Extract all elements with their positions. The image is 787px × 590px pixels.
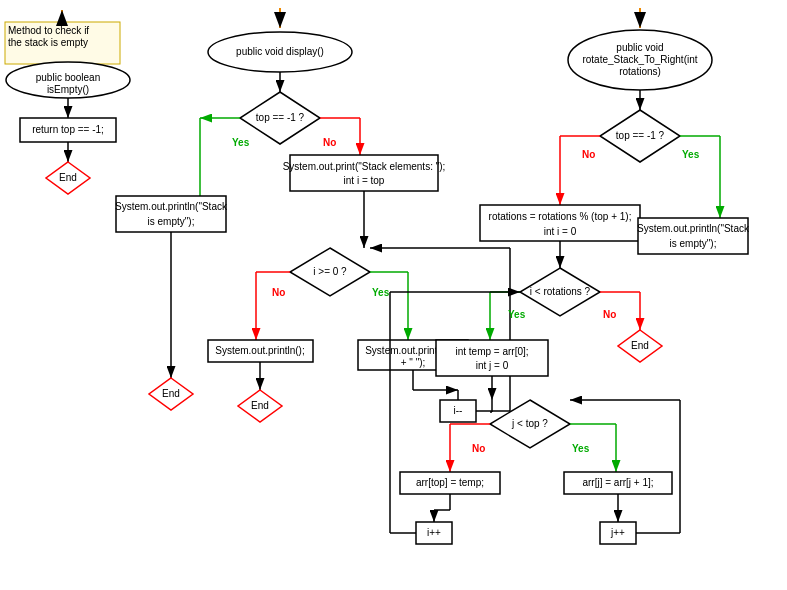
rotate-check-label: top == -1 ? xyxy=(616,130,665,141)
rotate-temp-label2: int j = 0 xyxy=(476,360,509,371)
display-end1-label: End xyxy=(251,400,269,411)
display-empty-label2: is empty"); xyxy=(148,216,195,227)
rotate-start-label2: rotate_Stack_To_Right(int xyxy=(582,54,697,65)
rotate-jcheck-label: j < top ? xyxy=(511,418,548,429)
is-empty-start-label2: isEmpty() xyxy=(47,84,89,95)
loop-yes-label: Yes xyxy=(372,287,390,298)
rotate-temp-label: int temp = arr[0]; xyxy=(455,346,528,357)
rotate-arrtop-label: arr[top] = temp; xyxy=(416,477,484,488)
display-printarr-label2: + " "); xyxy=(401,357,426,368)
jcheck-no-label: No xyxy=(472,443,485,454)
rotate-start-label3: rotations) xyxy=(619,66,661,77)
display-idec-label: i-- xyxy=(454,405,463,416)
rotate-end-label: End xyxy=(631,340,649,351)
return-top-label: return top == -1; xyxy=(32,124,104,135)
rotate-calc-label2: int i = 0 xyxy=(544,226,577,237)
rotate-jinc-label: j++ xyxy=(610,527,625,538)
loop-no-label: No xyxy=(272,287,285,298)
annotation-text2: the stack is empty xyxy=(8,37,88,48)
display-print-label2: int i = top xyxy=(344,175,385,186)
rotate-empty-label2: is empty"); xyxy=(670,238,717,249)
is-empty-start-label: public boolean xyxy=(36,72,101,83)
rotate-arrj-label: arr[j] = arr[j + 1]; xyxy=(582,477,653,488)
rotate-yes-label: Yes xyxy=(682,149,700,160)
display-print-label: System.out.print("Stack elements: "); xyxy=(283,161,446,172)
display-no-label: No xyxy=(323,137,336,148)
display-loop-label: i >= 0 ? xyxy=(313,266,347,277)
display-yes-label: Yes xyxy=(232,137,250,148)
rotate-calc-label: rotations = rotations % (top + 1); xyxy=(489,211,632,222)
display-empty-label: System.out.println("Stack xyxy=(115,201,228,212)
flowchart-svg: Method to check if the stack is empty pu… xyxy=(0,0,787,590)
is-empty-end-label: End xyxy=(59,172,77,183)
display-println-label: System.out.println(); xyxy=(215,345,304,356)
jcheck-yes-label: Yes xyxy=(572,443,590,454)
rotate-loop-yes: Yes xyxy=(508,309,526,320)
display-start-label: public void display() xyxy=(236,46,324,57)
annotation-text: Method to check if xyxy=(8,25,89,36)
rotate-loop-no: No xyxy=(603,309,616,320)
display-check-label: top == -1 ? xyxy=(256,112,305,123)
rotate-loop-label: i < rotations ? xyxy=(530,286,591,297)
display-end2-label: End xyxy=(162,388,180,399)
rotate-no-label: No xyxy=(582,149,595,160)
rotate-iinc-label: i++ xyxy=(427,527,441,538)
rotate-start-label1: public void xyxy=(616,42,663,53)
rotate-empty-label: System.out.println("Stack xyxy=(637,223,750,234)
